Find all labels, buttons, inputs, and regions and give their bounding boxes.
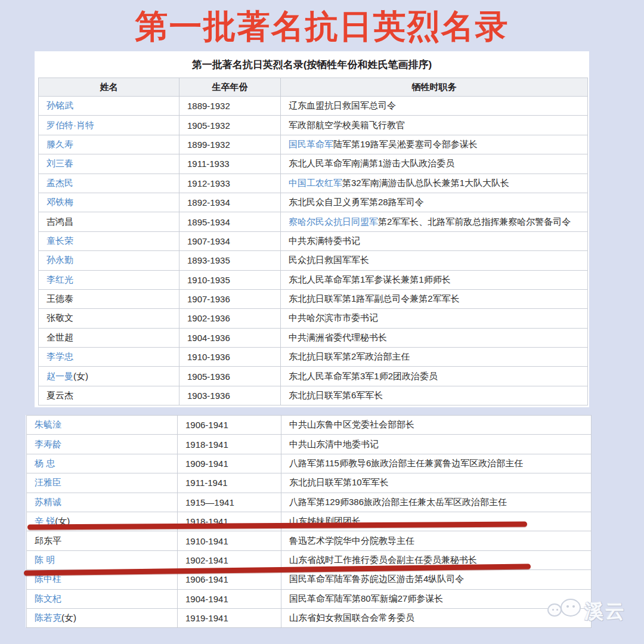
table-header-row: 姓名 生卒年份 牺牲时职务 <box>39 78 588 97</box>
lifespan-cell: 1911-1941 <box>178 473 281 493</box>
name-cell: 吉鸿昌 <box>39 212 179 231</box>
table-row: 苏精诚 1915—1941 八路军第129师386旅政治部主任兼太岳军区政治部主… <box>27 493 592 512</box>
table-row: 陈若克(女) 1919-1941 山东省妇女救国联合会常务委员 <box>27 608 592 627</box>
table-row: 李寿龄 1918-1941 中共山东清中地委书记 <box>27 435 592 454</box>
martyr-name-link[interactable]: 李红光 <box>47 274 73 284</box>
lifespan-cell: 1904-1941 <box>178 589 281 608</box>
position-cell: 中国工农红军第32军南满游击队总队长兼第1大队大队长 <box>281 174 588 193</box>
table-row: 张敬文 1902-1936 中共哈尔滨市市委书记 <box>39 309 588 328</box>
martyr-name-link[interactable]: 陈 明 <box>35 555 55 565</box>
lifespan-cell: 1918-1941 <box>178 435 281 454</box>
page-title: 第一批著名抗日英烈名录 <box>0 5 644 49</box>
table-row: 赵一曼(女) 1905-1936 东北人民革命军第3军1师2团政治委员 <box>39 367 588 386</box>
position-cell: 东北人民革命军第3军1师2团政治委员 <box>281 367 588 386</box>
name-cell: 赵一曼(女) <box>39 367 179 386</box>
martyr-name-link[interactable]: 孙永勤 <box>47 255 73 265</box>
name-cell: 陈文杞 <box>27 589 178 608</box>
name-cell: 李寿龄 <box>27 435 178 454</box>
martyr-name-link[interactable]: 陈若克 <box>35 612 61 623</box>
position-text: 中共山东清中地委书记 <box>289 439 379 449</box>
watermark-bubble-icon <box>547 603 562 617</box>
martyr-name-link: 全世超 <box>47 332 73 342</box>
martyr-name-link[interactable]: 苏精诚 <box>35 497 61 507</box>
martyr-name-link[interactable]: 童长荣 <box>47 236 73 246</box>
position-text: 东北人民革命军第3军1师2团政治委员 <box>289 371 438 381</box>
position-org-link[interactable]: 国民革命军 <box>289 139 333 149</box>
martyr-name-link: 邱东平 <box>35 535 61 546</box>
position-text: 军政部航空学校美籍飞行教官 <box>289 120 405 130</box>
martyr-name-link[interactable]: 滕久寿 <box>47 139 73 149</box>
martyr-name-link[interactable]: 陈文杞 <box>35 593 61 603</box>
name-cell: 杨 忠 <box>27 454 178 473</box>
lifespan-cell: 1902-1936 <box>179 309 281 328</box>
table-row: 李红光 1910-1935 东北人民革命军第1军参谋长兼第1师师长 <box>39 270 588 289</box>
lifespan-cell: 1909-1941 <box>178 454 281 473</box>
position-text: 中共哈尔滨市市委书记 <box>289 312 378 323</box>
lifespan-cell: 1889-1932 <box>179 97 281 116</box>
position-cell: 八路军第129师386旅政治部主任兼太岳军区政治部主任 <box>281 493 592 512</box>
position-text: 东北抗日联军第10军军长 <box>289 477 389 487</box>
position-cell: 东北民众自卫义勇军第28路军司令 <box>281 193 588 212</box>
position-cell: 东北抗日联军第6军军长 <box>281 386 588 405</box>
martyr-name-link[interactable]: 赵一曼 <box>47 371 73 381</box>
table-row: 滕久寿 1899-1932 国民革命军陆军第19路军吴淞要塞司令部参谋长 <box>39 135 588 154</box>
table-row: 孙永勤 1893-1935 民众抗日救国军军长 <box>39 251 588 270</box>
name-cell: 孙铭武 <box>39 97 179 116</box>
table-row: 王德泰 1907-1936 东北抗日联军第1路军副总司令兼第2军军长 <box>39 289 588 308</box>
column-header-position: 牺牲时职务 <box>281 78 588 97</box>
martyr-name-link[interactable]: 刘三春 <box>47 158 73 168</box>
lifespan-cell: 1910-1941 <box>178 531 281 550</box>
table-row: 李学忠 1910-1936 东北抗日联军第2军政治部主任 <box>39 348 588 367</box>
name-cell: 李红光 <box>39 270 179 289</box>
martyr-name-link[interactable]: 孟杰民 <box>47 178 73 188</box>
watermark: 溪云 <box>544 594 633 627</box>
position-text: 东北民众自卫义勇军第28路军司令 <box>289 197 424 207</box>
watermark-text: 溪云 <box>584 599 626 625</box>
lifespan-cell: 1905-1932 <box>179 116 281 135</box>
position-cell: 军政部航空学校美籍飞行教官 <box>281 116 588 135</box>
martyr-name-link[interactable]: 孙铭武 <box>47 100 73 110</box>
position-org-link[interactable]: 察哈尔民众抗日同盟军 <box>289 216 378 227</box>
name-cell: 陈若克(女) <box>27 608 178 627</box>
lifespan-cell: 1895-1934 <box>179 212 281 231</box>
name-cell: 刘三春 <box>39 154 179 174</box>
lifespan-cell: 1907-1934 <box>179 231 281 250</box>
position-text: 国民革命军陆军第80军新编27师参谋长 <box>289 593 443 603</box>
position-text: 八路军第115师教导6旅政治部主任兼冀鲁边军区政治部主任 <box>289 458 523 468</box>
lifespan-cell: 1911-1933 <box>179 154 281 174</box>
lifespan-cell: 1912-1933 <box>179 174 281 193</box>
position-cell: 国民革命军陆军鲁苏皖边区游击第4纵队司令 <box>281 570 592 589</box>
position-cell: 国民革命军陆军第19路军吴淞要塞司令部参谋长 <box>281 135 588 154</box>
martyr-name-link[interactable]: 朱毓淦 <box>35 419 61 429</box>
position-text: 东北抗日联军第6军军长 <box>289 390 383 400</box>
martyr-name-link[interactable]: 汪雅臣 <box>35 477 61 487</box>
position-text: 山东省战时工作推行委员会副主任委员兼秘书长 <box>289 555 477 565</box>
martyr-name-link[interactable]: 杨 忠 <box>35 458 55 468</box>
gender-suffix: (女) <box>73 371 88 381</box>
table-row: 孙铭武 1889-1932 辽东血盟抗日救国军总司令 <box>39 97 588 116</box>
name-cell: 邱东平 <box>27 531 178 550</box>
position-org-link[interactable]: 中国工农红军 <box>289 178 342 188</box>
name-cell: 滕久寿 <box>39 135 179 154</box>
martyr-name-link[interactable]: 李寿龄 <box>35 439 61 449</box>
position-cell: 东北人民革命军南满第1游击大队政治委员 <box>281 154 588 174</box>
name-cell: 夏云杰 <box>39 386 179 405</box>
martyr-name-link[interactable]: 罗伯特·肖特 <box>47 120 94 130</box>
lifespan-cell: 1910-1935 <box>179 270 281 289</box>
name-cell: 苏精诚 <box>27 493 178 512</box>
table-row: 邓铁梅 1892-1934 东北民众自卫义勇军第28路军司令 <box>39 193 588 212</box>
name-cell: 陈 明 <box>27 550 178 569</box>
position-cell: 中共山东清中地委书记 <box>281 435 592 454</box>
name-cell: 李学忠 <box>39 348 179 367</box>
table-row: 朱毓淦 1906-1941 中共山东鲁中区党委社会部部长 <box>27 416 592 435</box>
martyr-name-link: 吉鸿昌 <box>47 216 73 227</box>
lifespan-cell: 1906-1941 <box>178 416 281 435</box>
position-text: 八路军第129师386旅政治部主任兼太岳军区政治部主任 <box>289 497 507 507</box>
martyr-name-link[interactable]: 李学忠 <box>47 351 73 361</box>
lifespan-cell: 1905-1936 <box>179 367 281 386</box>
martyr-name-link[interactable]: 邓铁梅 <box>47 197 73 207</box>
lifespan-cell: 1907-1936 <box>179 289 281 308</box>
table-row: 杨 忠 1909-1941 八路军第115师教导6旅政治部主任兼冀鲁边军区政治部… <box>27 454 592 473</box>
name-cell: 王德泰 <box>39 289 179 308</box>
martyr-name-link: 王德泰 <box>47 293 73 304</box>
